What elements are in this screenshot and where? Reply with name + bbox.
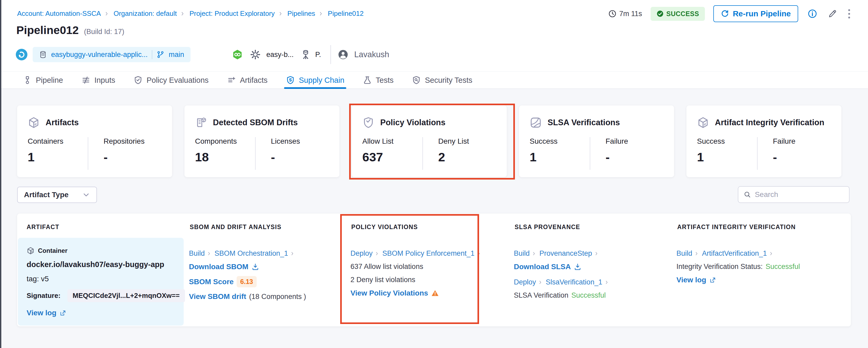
stage-link[interactable]: Build <box>514 250 530 258</box>
stat-value: 18 <box>195 150 255 164</box>
info-icon <box>808 9 817 19</box>
stage-link[interactable]: Deploy <box>514 278 536 286</box>
stat-value: 2 <box>438 150 469 164</box>
artifacts-list-icon <box>227 76 236 85</box>
artifact-cell: Container docker.io/lavakush07/easy-bugg… <box>18 238 184 326</box>
pipeline-execution-page: Account: Automation-SSCA Organization: d… <box>0 0 868 348</box>
download-sbom-link[interactable]: Download SBOM <box>189 263 248 271</box>
tab-tests[interactable]: Tests <box>353 72 403 89</box>
meta-divider <box>331 45 331 64</box>
tab-label: Pipeline <box>36 76 63 85</box>
artifact-type-select[interactable]: Artifact Type <box>17 187 97 203</box>
view-sbom-drift-link[interactable]: View SBOM drift <box>189 292 246 301</box>
chevron-right-icon <box>375 251 379 257</box>
supply-chain-shield-icon <box>286 76 295 85</box>
header-actions: 7m 11s SUCCESS Re-run Pipeline <box>608 5 852 23</box>
download-slsa-link[interactable]: Download SLSA <box>514 263 571 271</box>
breadcrumb-pipelines[interactable]: Pipelines <box>287 9 315 18</box>
view-log-link[interactable]: View log <box>676 276 706 284</box>
service-ref[interactable]: P. <box>315 51 321 59</box>
rerun-pipeline-button[interactable]: Re-run Pipeline <box>713 5 798 22</box>
repo-branch-pill[interactable]: easybuggy-vulnerable-applic... main <box>33 47 190 62</box>
col-header-integrity: ARTIFACT INTEGRITY VERIFICATION <box>672 224 851 238</box>
execution-ref[interactable]: easy-b... <box>267 51 294 59</box>
stat-label: Failure <box>606 137 628 146</box>
stat-value: - <box>773 150 796 164</box>
branch-icon <box>157 51 164 59</box>
chevron-right-icon <box>539 280 543 285</box>
integrity-status: Successful <box>766 263 800 271</box>
integrity-status-label: Integrity Verification Status: <box>676 263 763 271</box>
breadcrumb-pipeline012[interactable]: Pipeline012 <box>328 9 364 18</box>
view-policy-violations-link[interactable]: View Policy Violations <box>350 289 428 297</box>
card-sbom-drifts: Detected SBOM Drifts Components18 Licens… <box>184 106 339 177</box>
triggered-by-user[interactable]: Lavakush <box>354 50 389 59</box>
download-icon <box>574 263 582 271</box>
step-link[interactable]: SlsaVerification_1 <box>546 278 602 286</box>
tab-label: Supply Chain <box>299 76 344 85</box>
artifact-tag: tag: v5 <box>27 275 184 283</box>
tab-inputs[interactable]: Inputs <box>72 72 124 89</box>
download-icon <box>251 263 259 271</box>
pill-divider <box>152 50 152 59</box>
sbom-cell: Build SBOM Orchestration_1 Download SBOM… <box>184 238 345 326</box>
step-link[interactable]: ArtifactVerification_1 <box>702 250 767 258</box>
tab-security-tests[interactable]: Security Tests <box>403 72 482 89</box>
stat-value: 637 <box>362 150 423 164</box>
refresh-icon <box>721 9 729 18</box>
card-title: Detected SBOM Drifts <box>213 118 298 127</box>
execution-info-button[interactable] <box>807 8 818 20</box>
repo-name[interactable]: easybuggy-vulnerable-applic... <box>51 51 148 59</box>
shield-check-icon <box>133 76 143 85</box>
cube-icon <box>697 117 709 129</box>
check-circle-icon <box>656 10 664 18</box>
slsa-verification-label: SLSA Verification <box>514 291 568 299</box>
shield-check-icon <box>362 117 374 129</box>
artifact-image-name: docker.io/lavakush07/easy-buggy-app <box>27 260 184 269</box>
container-cube-icon <box>27 247 34 255</box>
step-link[interactable]: SBOM Policy Enforcement_1 <box>382 250 474 258</box>
supply-chain-summary-cards: Artifacts Containers1 Repositories- Dete… <box>17 106 841 177</box>
step-link[interactable]: ProvenanceStep <box>539 250 592 258</box>
search-input[interactable] <box>755 190 844 199</box>
tab-policy-evaluations[interactable]: Policy Evaluations <box>124 72 218 89</box>
status-badge: SUCCESS <box>651 7 705 21</box>
page-title: Pipeline012 <box>16 24 79 37</box>
chevron-right-icon <box>695 251 699 257</box>
clock-icon <box>608 9 617 18</box>
collapsed-sidebar-edge <box>0 0 1 348</box>
stage-link[interactable]: Build <box>676 250 692 258</box>
stat-value: 1 <box>530 150 590 164</box>
stat-label: Containers <box>28 137 88 146</box>
sbom-score-link[interactable]: SBOM Score <box>189 278 234 286</box>
step-link[interactable]: SBOM Orchestration_1 <box>215 250 288 258</box>
artifact-type: Container <box>38 247 67 254</box>
repository-icon <box>39 51 47 59</box>
tab-label: Tests <box>376 76 394 85</box>
title-row: Pipeline012 (Build Id: 17) <box>16 24 124 37</box>
stage-link[interactable]: Build <box>189 250 205 258</box>
tab-supply-chain[interactable]: Supply Chain <box>277 72 353 89</box>
tab-label: Security Tests <box>425 76 472 85</box>
stat-label: Deny List <box>438 137 469 146</box>
breadcrumb-organization[interactable]: Organization: default <box>114 9 177 18</box>
build-id: (Build Id: 17) <box>84 28 124 36</box>
stage-link[interactable]: Deploy <box>350 250 373 258</box>
view-log-link[interactable]: View log <box>27 309 56 317</box>
branch-name[interactable]: main <box>168 51 184 59</box>
stat-value: 1 <box>697 150 757 164</box>
slsa-provenance-cell: Build ProvenanceStep Download SLSA Deplo… <box>508 238 671 326</box>
tab-artifacts[interactable]: Artifacts <box>218 72 277 89</box>
execution-meta: easybuggy-vulnerable-applic... main easy… <box>15 47 389 62</box>
breadcrumb-account[interactable]: Account: Automation-SSCA <box>17 9 101 18</box>
chevron-right-icon <box>532 251 536 257</box>
edit-pipeline-button[interactable] <box>827 8 838 20</box>
more-options-button[interactable] <box>847 8 852 20</box>
tab-pipeline[interactable]: Pipeline <box>14 72 72 89</box>
stat-label: Licenses <box>271 137 300 146</box>
infrastructure-icon <box>301 49 311 60</box>
breadcrumb-project[interactable]: Project: Product Exploratory <box>189 9 275 18</box>
trigger-webhook-icon <box>15 48 28 61</box>
tab-label: Inputs <box>94 76 115 85</box>
search-box <box>738 186 849 203</box>
